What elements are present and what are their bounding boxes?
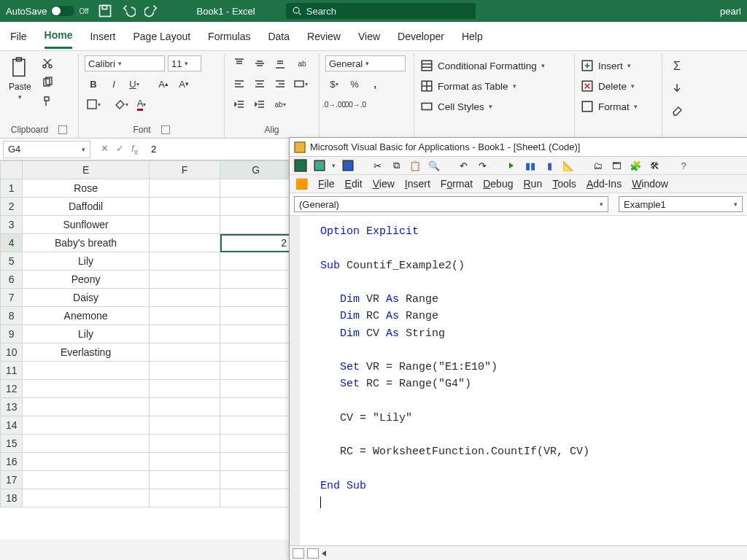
vba-paste-icon[interactable]: 📋	[409, 159, 422, 172]
wrap-text-button[interactable]: ab	[292, 55, 312, 71]
select-all-corner[interactable]	[1, 161, 23, 179]
clear-button[interactable]	[668, 102, 686, 118]
align-bottom-button[interactable]	[271, 55, 289, 71]
row-header-18[interactable]: 18	[1, 489, 23, 508]
row-header-16[interactable]: 16	[1, 453, 23, 471]
autosave-toggle[interactable]: AutoSave Off	[6, 6, 89, 17]
cell-e2[interactable]: Daffodil	[23, 198, 149, 216]
cell-e3[interactable]: Sunflower	[23, 216, 149, 234]
cell-e13[interactable]	[23, 398, 149, 416]
cell-e8[interactable]: Anemone	[23, 307, 149, 325]
vba-break-icon[interactable]: ▮▮	[524, 159, 537, 172]
percent-button[interactable]: %	[346, 76, 363, 92]
row-header-6[interactable]: 6	[1, 271, 23, 289]
number-format-combo[interactable]: General▾	[325, 55, 406, 71]
cell-e15[interactable]	[23, 435, 149, 453]
col-header-g[interactable]: G	[220, 161, 292, 179]
align-center-button[interactable]	[251, 76, 268, 92]
vba-menu-addins[interactable]: Add-Ins	[587, 178, 622, 190]
col-header-f[interactable]: F	[149, 161, 220, 179]
cell-f6[interactable]	[149, 271, 220, 289]
vba-full-module-view[interactable]	[293, 548, 304, 559]
cell-g15[interactable]	[220, 435, 292, 453]
cell-f14[interactable]	[149, 416, 220, 435]
vba-run-icon[interactable]	[505, 159, 518, 172]
paste-button[interactable]: Paste ▾	[6, 55, 34, 102]
indent-inc-button[interactable]	[251, 96, 268, 112]
autosum-button[interactable]: Σ	[668, 58, 686, 74]
cell-f3[interactable]	[149, 216, 220, 234]
cell-g2[interactable]	[220, 198, 292, 216]
cell-e6[interactable]: Peony	[23, 271, 149, 289]
search-box[interactable]: Search	[286, 3, 476, 19]
vba-cut-icon[interactable]: ✂	[371, 159, 384, 172]
cell-e17[interactable]	[23, 471, 149, 489]
fill-button[interactable]	[668, 80, 686, 96]
align-top-button[interactable]	[231, 55, 248, 71]
vba-menu-run[interactable]: Run	[523, 178, 542, 190]
cell-e11[interactable]	[23, 362, 149, 380]
vba-object-icon[interactable]: 🧩	[629, 159, 642, 172]
tab-developer[interactable]: Developer	[398, 31, 444, 48]
cell-f1[interactable]	[149, 179, 220, 198]
cell-g12[interactable]	[220, 380, 292, 398]
vba-menu-format[interactable]: Format	[441, 178, 473, 190]
cell-f2[interactable]	[149, 198, 220, 216]
row-header-1[interactable]: 1	[1, 179, 23, 198]
cell-f9[interactable]	[149, 325, 220, 343]
cell-e5[interactable]: Lily	[23, 252, 149, 271]
cell-e16[interactable]	[23, 453, 149, 471]
cell-e7[interactable]: Daisy	[23, 289, 149, 307]
cell-g3[interactable]	[220, 216, 292, 234]
tab-view[interactable]: View	[358, 31, 380, 48]
redo-icon[interactable]	[144, 4, 159, 18]
vba-copy-icon[interactable]: ⧉	[390, 159, 403, 172]
vba-design-icon[interactable]: 📐	[562, 159, 575, 172]
tab-review[interactable]: Review	[307, 31, 341, 48]
row-header-2[interactable]: 2	[1, 198, 23, 216]
cell-e4[interactable]: Baby's breath	[23, 234, 149, 252]
vba-save-icon[interactable]	[341, 159, 355, 172]
cell-g14[interactable]	[220, 416, 292, 435]
row-header-13[interactable]: 13	[1, 398, 23, 416]
cell-f12[interactable]	[149, 380, 220, 398]
cell-e14[interactable]	[23, 416, 149, 435]
row-header-12[interactable]: 12	[1, 380, 23, 398]
vba-menu-debug[interactable]: Debug	[483, 178, 513, 190]
vba-object-combo[interactable]: (General)▾	[294, 196, 608, 212]
borders-button[interactable]: ▾	[85, 96, 102, 112]
conditional-formatting-button[interactable]: Conditional Formatting▾	[420, 58, 545, 73]
bold-button[interactable]: B	[85, 76, 102, 92]
vba-procedure-view[interactable]	[307, 548, 319, 559]
cell-e9[interactable]: Lily	[23, 325, 149, 343]
cell-g11[interactable]	[220, 362, 292, 380]
tab-page-layout[interactable]: Page Layout	[133, 31, 190, 48]
col-header-e[interactable]: E	[23, 161, 149, 179]
cell-g18[interactable]	[220, 489, 292, 508]
cell-f8[interactable]	[149, 307, 220, 325]
vba-code-pane[interactable]: Option Explicit Sub Countif_Example2() D…	[290, 216, 747, 545]
cell-f7[interactable]	[149, 289, 220, 307]
tab-file[interactable]: File	[10, 31, 27, 48]
inc-decimal-button[interactable]: .0→.00	[325, 96, 343, 112]
cell-g17[interactable]	[220, 471, 292, 489]
cell-e10[interactable]: Everlasting	[23, 343, 149, 362]
insert-cells-button[interactable]: Insert▾	[581, 58, 631, 73]
vba-menu-window[interactable]: Window	[632, 178, 668, 190]
cell-g1[interactable]	[220, 179, 292, 198]
dec-decimal-button[interactable]: .00→.0	[346, 96, 363, 112]
cell-f18[interactable]	[149, 489, 220, 508]
delete-cells-button[interactable]: Delete▾	[581, 79, 635, 93]
cell-f5[interactable]	[149, 252, 220, 271]
enter-formula-icon[interactable]: ✓	[116, 143, 124, 156]
row-header-17[interactable]: 17	[1, 471, 23, 489]
save-icon[interactable]	[98, 4, 112, 18]
undo-icon[interactable]	[121, 4, 136, 18]
vba-help-icon[interactable]: ?	[677, 159, 690, 172]
row-header-8[interactable]: 8	[1, 307, 23, 325]
row-header-10[interactable]: 10	[1, 343, 23, 362]
tab-data[interactable]: Data	[268, 31, 290, 48]
cut-button[interactable]	[39, 55, 56, 71]
vba-toolbox-icon[interactable]: 🛠	[648, 159, 661, 172]
tab-help[interactable]: Help	[462, 31, 483, 48]
